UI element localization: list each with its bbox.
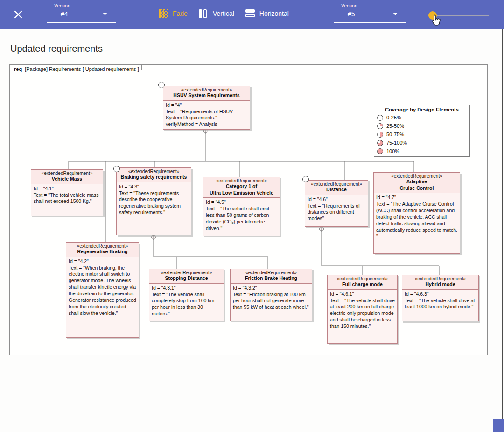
requirement-body: Id = "4.3" Text = "These requirements de… [117,182,191,217]
requirement-body: Id = "4.2" Text = "When braking, the ele… [66,257,139,318]
requirement-body: Id = "4.1" Text = "The total vehicle mas… [31,184,103,207]
stereotype-label: «extendedRequirement» [403,276,477,281]
chevron-down-icon [393,13,398,15]
legend-title: Coverage by Design Elements [377,107,467,112]
frame-keyword: req [14,66,22,72]
requirement-body: Id = "4.5" Text = "The vehicle shall emi… [203,198,280,233]
requirement-adaptive-cruise-control[interactable]: «extendedRequirement»Adaptive Cruise Con… [373,172,460,254]
fade-button[interactable]: Fade [159,9,188,18]
requirement-body: Id = "4.6.3" Text = "The vehicle shall d… [402,290,478,312]
requirement-name: Full charge mode [329,281,396,288]
vertical-button-label: Vertical [213,10,234,17]
stereotype-label: «extendedRequirement» [150,270,223,275]
version-right-label: Version [334,3,406,8]
requirement-body: Id = "4.6.1" Text = "The vehicle shall d… [328,290,397,331]
requirement-name: Stopping Distance [150,275,223,282]
requirement-hybrid-mode[interactable]: «extendedRequirement»Hybrid mode Id = "4… [402,275,479,321]
requirement-name: Adaptive Cruise Control [375,179,459,191]
fade-button-label: Fade [173,10,188,17]
version-left-label: Version [47,3,116,8]
scroll-corner [493,419,504,432]
vertical-button[interactable]: Vertical [199,9,234,18]
requirement-hsuv-system-requirements[interactable]: «extendedRequirement»HSUV System Require… [163,86,250,130]
slider-thumb[interactable] [428,11,437,20]
diagram-frame: req[Package] Requirements [ Updated requ… [9,64,488,355]
requirement-regenerative-braking[interactable]: «extendedRequirement»Regenerative Brakin… [66,242,139,338]
requirement-friction-brake-heating[interactable]: «extendedRequirement»Friction Brake Heat… [230,269,312,321]
pie-25-icon [377,123,383,129]
stereotype-label: «extendedRequirement» [375,174,459,179]
app-window: Version #4 Fade Vertical Horizontal Vers… [0,0,504,432]
coverage-indicator-icon [113,166,120,172]
legend-item: 100% [377,147,467,155]
requirement-name: Hybrid mode [403,281,477,288]
split-horizontal-icon [245,9,255,18]
diagram-frame-tab: req[Package] Requirements [ Updated requ… [9,64,142,74]
requirement-category-1-ultra-low-emission[interactable]: «extendedRequirement»Category 1 of Ultra… [203,177,280,236]
legend-item: 0-25% [377,113,467,122]
stereotype-label: «extendedRequirement» [118,169,190,174]
requirement-body: Id = "4" Text = "Requirements of HSUV Sy… [163,101,250,129]
slider-track[interactable] [428,15,489,16]
pie-100-icon [377,148,383,154]
requirement-name: Friction Brake Heating [231,275,311,282]
requirement-distance[interactable]: «extendedRequirement»Distance Id = "4.6"… [305,180,368,227]
legend-item: 25-50% [377,122,467,130]
close-icon [14,10,23,19]
stereotype-label: «extendedRequirement» [67,244,138,249]
stereotype-label: «extendedRequirement» [32,171,102,176]
coverage-legend: Coverage by Design Elements 0-25% 25-50%… [374,105,470,157]
page-title: Updated requirements [10,43,103,54]
horizontal-button-label: Horizontal [259,10,289,17]
requirement-body: Id = "4.3.1" Text = "The vehicle shall c… [149,284,224,319]
requirement-body: Id = "4.3.2" Text = "Friction braking at… [231,284,312,312]
stereotype-label: «extendedRequirement» [306,181,367,187]
view-mode-buttons: Fade Vertical Horizontal [159,9,289,18]
fade-checker-icon [159,9,168,18]
coverage-indicator-icon [302,176,309,182]
legend-item: 75-100% [377,139,467,147]
version-select-left[interactable]: Version #4 [47,3,116,23]
frame-tab-text: [Package] Requirements [ Updated require… [25,66,139,72]
version-left-value: #4 [47,10,68,18]
stereotype-label: «extendedRequirement» [164,87,249,92]
requirement-braking-safety-requirements[interactable]: «extendedRequirement»Braking safety requ… [116,167,191,235]
requirement-body: Id = "4.7" Text = "The Adaptive Cruise C… [374,193,460,241]
stereotype-label: «extendedRequirement» [329,276,396,281]
close-button[interactable] [13,10,23,20]
requirement-body: Id = "4.6" Text = "Requirements of dista… [305,195,368,223]
pie-75-icon [377,140,383,146]
compare-toolbar: Version #4 Fade Vertical Horizontal Vers… [0,0,504,29]
requirement-stopping-distance[interactable]: «extendedRequirement»Stopping Distance I… [149,269,224,321]
version-select-right[interactable]: Version #5 [334,3,406,23]
requirement-name: Braking safety requirements [118,174,190,181]
horizontal-button[interactable]: Horizontal [245,9,289,18]
opacity-slider[interactable] [428,11,489,20]
requirement-full-charge-mode[interactable]: «extendedRequirement»Full charge mode Id… [327,275,398,344]
requirement-name: Distance [306,187,367,193]
legend-item: 50-75% [377,130,467,139]
stereotype-label: «extendedRequirement» [204,178,279,183]
requirement-name: Vehicle Mass [32,176,102,182]
requirement-name: HSUV System Requirements [164,92,249,99]
window-right-edge [502,29,503,432]
requirement-vehicle-mass[interactable]: «extendedRequirement»Vehicle Mass Id = "… [31,169,103,216]
stereotype-label: «extendedRequirement» [231,270,311,275]
pie-50-icon [377,132,383,138]
split-vertical-icon [199,9,208,18]
requirement-name: Regenerative Braking [67,249,138,255]
coverage-indicator-icon [158,82,165,88]
requirement-name: Category 1 of Ultra Low Emission Vehicle [204,183,279,196]
version-right-value: #5 [334,10,355,18]
chevron-down-icon [103,13,107,15]
pie-0-icon [377,115,383,121]
